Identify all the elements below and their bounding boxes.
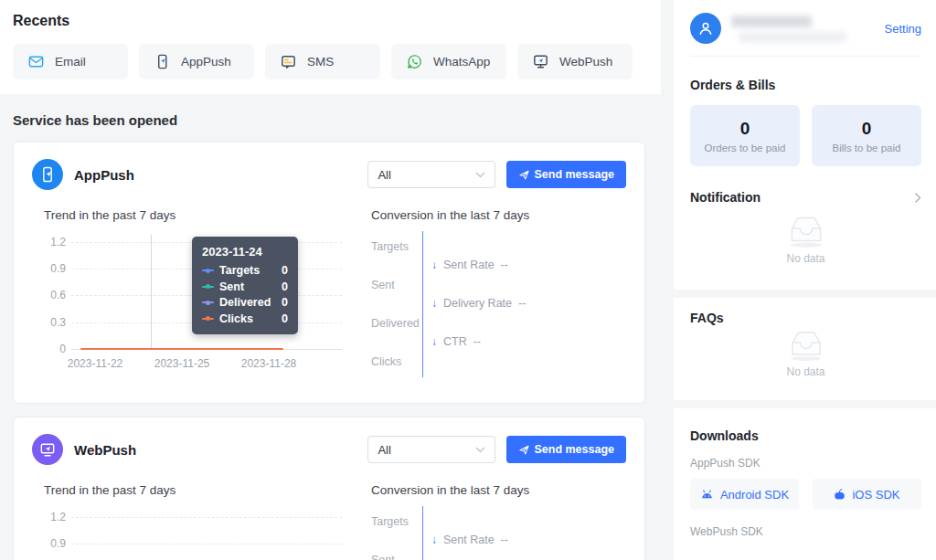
recent-email-button[interactable]: Email [13, 44, 128, 79]
funnel-stage-targets: Targets [371, 515, 409, 528]
webpush-select-value: All [378, 443, 475, 457]
y-tick-label: 1.2 [44, 511, 66, 523]
trend-title: Trend in the past 7 days [44, 483, 347, 497]
orders-count: 0 [740, 119, 750, 139]
tooltip-row: Sent 0 [202, 280, 288, 293]
empty-inbox-icon [785, 327, 827, 362]
tooltip-date: 2023-11-24 [202, 245, 288, 259]
sent-series-marker [202, 286, 214, 288]
webpush-card: WebPush All Send message [13, 417, 645, 560]
chart-crosshair [151, 235, 152, 349]
account-card: Setting Orders & Bills 0 Orders to be pa… [674, 0, 936, 290]
webpush-badge-icon [32, 434, 63, 465]
arrow-down-icon: ↓ [431, 335, 437, 348]
tooltip-row: Delivered 0 [202, 296, 288, 309]
bills-to-be-paid-card[interactable]: 0 Bills to be paid [812, 105, 921, 166]
apppush-trend-chart[interactable]: 1.2 0.9 0.6 0.3 0 2023-11 [44, 233, 347, 386]
avatar[interactable] [690, 13, 721, 44]
whatsapp-icon [406, 53, 423, 70]
service-section-title: Service has been opened [13, 112, 645, 128]
apple-icon [834, 488, 846, 502]
service-opened-section: Service has been opened AppPush All [0, 112, 661, 560]
faqs-empty-state: No data [690, 327, 921, 378]
y-tick-label: 0.3 [44, 316, 66, 329]
faqs-card: FAQs No data [674, 298, 936, 400]
notification-empty-state: No data [690, 212, 921, 265]
funnel-stage-clicks: Clicks [371, 355, 401, 368]
funnel-stage-sent: Sent [371, 279, 395, 291]
conversion-funnel: Targets Sent Delivered Clicks ↓ Sent Rat… [371, 502, 626, 560]
recent-webpush-label: WebPush [559, 55, 612, 69]
webpush-card-header: WebPush All Send message [32, 434, 626, 465]
recent-apppush-button[interactable]: AppPush [139, 44, 254, 79]
grid-line [71, 517, 342, 518]
x-tick-label: 2023-11-22 [68, 357, 123, 370]
recent-sms-button[interactable]: SMS [265, 44, 380, 79]
ctr-row: ↓ CTR -- [431, 335, 481, 348]
apppush-conversion-panel: Conversion in the last 7 days Targets Se… [371, 208, 626, 386]
ios-sdk-button[interactable]: iOS SDK [813, 479, 921, 510]
y-tick-label: 0.6 [44, 289, 66, 301]
chevron-right-icon [914, 192, 921, 204]
profile-row: Setting [690, 13, 921, 44]
recents-button-row: Email AppPush SMS [13, 44, 645, 79]
username-redacted [731, 16, 885, 42]
y-tick-label: 1.2 [44, 236, 66, 248]
funnel-stage-targets: Targets [371, 240, 409, 253]
clicks-series-line [80, 348, 283, 350]
recents-title: Recents [13, 13, 645, 29]
send-button-label: Send message [534, 168, 614, 181]
webpush-trend-chart[interactable]: 1.2 0.9 0.6 0.3 0 2023-11-22 [44, 508, 347, 560]
targets-series-marker [202, 269, 214, 271]
orders-bills-title: Orders & Bills [690, 78, 921, 92]
funnel-stage-delivered: Delivered [371, 317, 420, 330]
funnel-stage-sent: Sent [371, 554, 395, 560]
conversion-title: Conversion in the last 7 days [371, 483, 626, 497]
sdk-button-row: Android SDK iOS SDK [690, 479, 921, 510]
webpush-app-select[interactable]: All [367, 436, 495, 463]
right-sidebar: Setting Orders & Bills 0 Orders to be pa… [674, 0, 936, 560]
no-data-text: No data [786, 365, 824, 378]
downloads-title: Downloads [690, 428, 921, 443]
recent-whatsapp-label: WhatsApp [433, 55, 490, 69]
apppush-badge-icon [32, 159, 63, 190]
arrow-down-icon: ↓ [431, 297, 437, 310]
funnel-line [422, 506, 423, 560]
setting-link[interactable]: Setting [885, 22, 921, 36]
notification-header[interactable]: Notification [690, 190, 921, 205]
recent-email-label: Email [55, 55, 86, 69]
android-sdk-button[interactable]: Android SDK [690, 479, 799, 510]
send-icon [518, 169, 530, 181]
divider [690, 56, 921, 57]
webpush-card-body: Trend in the past 7 days 1.2 0.9 0.6 0.3… [32, 483, 626, 560]
account-id-blur-block [739, 32, 846, 42]
recent-apppush-label: AppPush [181, 55, 231, 69]
apppush-card-title: AppPush [74, 167, 134, 183]
y-tick-label: 0 [44, 343, 66, 355]
downloads-card: Downloads AppPush SDK Android SDK iOS SD… [674, 408, 936, 560]
orders-to-be-paid-card[interactable]: 0 Orders to be paid [690, 105, 800, 166]
apppush-card-header: AppPush All Send message [32, 159, 626, 190]
delivered-series-marker [202, 301, 214, 303]
sent-rate-row: ↓ Sent Rate -- [431, 534, 508, 546]
tooltip-row: Clicks 0 [202, 312, 288, 325]
orders-label: Orders to be paid [705, 143, 786, 153]
apppush-icon [154, 53, 171, 70]
orders-bills-stats: 0 Orders to be paid 0 Bills to be paid [690, 105, 921, 166]
recent-webpush-button[interactable]: WebPush [517, 44, 633, 79]
arrow-down-icon: ↓ [431, 534, 437, 546]
apppush-app-select[interactable]: All [367, 161, 495, 188]
bills-count: 0 [862, 119, 872, 139]
ios-sdk-label: iOS SDK [852, 488, 899, 502]
x-tick-label: 2023-11-25 [154, 357, 210, 370]
recent-whatsapp-button[interactable]: WhatsApp [391, 44, 506, 79]
username-blur-block [731, 16, 812, 27]
apppush-card: AppPush All Send message [13, 142, 645, 404]
recents-section: Recents Email AppPush [0, 0, 661, 94]
apppush-trend-panel: Trend in the past 7 days 1.2 0.9 0.6 0.3… [44, 208, 347, 386]
apppush-send-message-button[interactable]: Send message [506, 161, 626, 188]
empty-inbox-icon [784, 212, 828, 248]
webpush-send-message-button[interactable]: Send message [506, 436, 626, 463]
sms-icon [280, 53, 297, 70]
chart-tooltip: 2023-11-24 Targets 0 Sent 0 [192, 237, 298, 334]
